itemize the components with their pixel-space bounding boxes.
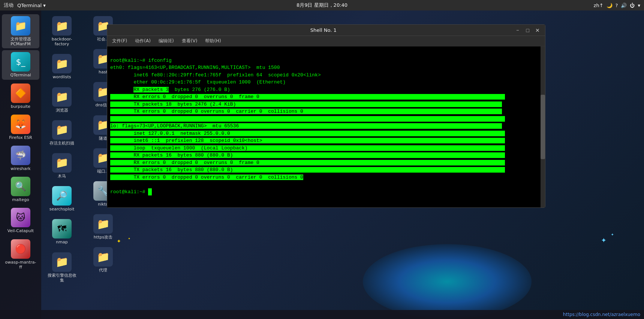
backdoor-folder-icon: 📁 bbox=[52, 16, 72, 36]
sidebar-item-owasp[interactable]: 🔴 owasp-mantra-ff bbox=[2, 237, 39, 271]
sidebar-item-firefox[interactable]: 🦊 Firefox ESR bbox=[2, 113, 39, 142]
terminal-scrollbar[interactable] bbox=[541, 46, 545, 207]
volume-icon[interactable]: 🔊 bbox=[621, 3, 627, 8]
dropdown-arrow: ▾ bbox=[43, 3, 46, 8]
terminal-maximize-button[interactable]: □ bbox=[525, 27, 531, 34]
menu-file[interactable]: 文件(F) bbox=[109, 37, 130, 45]
active-scan-label: 存活主机扫描 bbox=[49, 141, 74, 146]
https-attack-label: https攻击 bbox=[94, 235, 112, 240]
language-indicator[interactable]: zh↑ bbox=[594, 3, 604, 8]
sparkle-1: ✦ bbox=[601, 236, 607, 244]
desktop-icon-proxy[interactable]: 📁 代理 bbox=[86, 245, 120, 274]
qterminal-icon: $_ bbox=[11, 52, 30, 72]
veil-label: Veil-Catapult bbox=[7, 228, 34, 233]
browser-folder-icon: 📁 bbox=[52, 87, 72, 107]
terminal-controls: － □ ✕ bbox=[514, 27, 541, 34]
terminal-title: Shell No. 1 bbox=[133, 27, 514, 33]
desktop-icon-active-scan[interactable]: 📁 存活主机扫描 bbox=[45, 118, 79, 148]
current-app-name: QTerminal bbox=[17, 3, 42, 8]
help-icon[interactable]: ? bbox=[616, 3, 618, 8]
backdoor-label: backdoor-factory bbox=[47, 37, 77, 46]
system-menu-arrow[interactable]: ▾ bbox=[638, 3, 640, 8]
trojan-label: 木马 bbox=[58, 174, 66, 179]
desktop-icon-searchsploit[interactable]: 🔎 searchsploit bbox=[45, 184, 79, 213]
sparkle-4: ✦ bbox=[128, 237, 130, 240]
desktop: ✦ ✦ ✦ ✦ 活动 QTerminal ▾ 8月9日 星期日，20:40 zh… bbox=[0, 0, 644, 319]
background-decoration bbox=[363, 244, 532, 319]
owasp-label: owasp-mantra-ff bbox=[4, 260, 37, 270]
sidebar-item-qterminal[interactable]: $_ QTerminal bbox=[2, 50, 39, 79]
desktop-icon-https-attack[interactable]: 📁 https攻击 bbox=[86, 212, 120, 241]
burpsuite-icon: 🔶 bbox=[11, 83, 30, 103]
browser-label: 浏览器 bbox=[56, 108, 68, 113]
terminal-output: root@kali:~# ifconfig eth0: flags=4163<U… bbox=[110, 49, 542, 203]
nmap-label: nmap bbox=[56, 240, 67, 244]
terminal-window: Shell No. 1 － □ ✕ 文件(F) 动作(A) 编辑(E) 查看(V… bbox=[107, 24, 545, 208]
desktop-icons-col2: 📁 backdoor-factory 📁 wordlists 📁 浏览器 📁 存… bbox=[45, 14, 79, 285]
topbar-system-icons: zh↑ 🌙 ? 🔊 ⏻ ▾ bbox=[594, 3, 640, 8]
topbar-left: 活动 QTerminal ▾ bbox=[4, 2, 46, 9]
menu-edit[interactable]: 编辑(E) bbox=[156, 37, 177, 45]
owasp-icon: 🔴 bbox=[11, 239, 30, 259]
menu-help[interactable]: 帮助(H) bbox=[202, 37, 224, 45]
topbar: 活动 QTerminal ▾ 8月9日 星期日，20:40 zh↑ 🌙 ? 🔊 … bbox=[0, 0, 644, 10]
desktop-icon-search-collect[interactable]: 📁 搜索引擎信息收集 bbox=[45, 250, 79, 285]
desktop-icon-nmap[interactable]: 🗺 nmap bbox=[45, 217, 79, 246]
proxy-label: 代理 bbox=[99, 268, 107, 273]
terminal-titlebar: Shell No. 1 － □ ✕ bbox=[107, 25, 545, 36]
qterminal-label: QTerminal bbox=[10, 73, 31, 78]
proxy-folder-icon: 📁 bbox=[93, 247, 113, 267]
searchsploit-app-icon: 🔎 bbox=[52, 186, 72, 206]
search-collect-label: 搜索引擎信息收集 bbox=[47, 273, 77, 283]
topbar-clock: 8月9日 星期日，20:40 bbox=[297, 2, 347, 9]
terminal-content[interactable]: root@kali:~# ifconfig eth0: flags=4163<U… bbox=[107, 46, 545, 207]
desktop-icon-backdoor[interactable]: 📁 backdoor-factory bbox=[45, 14, 79, 48]
maltego-icon: 🔍 bbox=[11, 177, 30, 196]
wireshark-label: wireshark bbox=[10, 166, 30, 171]
desktop-icon-trojan[interactable]: 📁 木马 bbox=[45, 151, 79, 180]
desktop-icon-browser[interactable]: 📁 浏览器 bbox=[45, 85, 79, 115]
sidebar-item-maltego[interactable]: 🔍 maltego bbox=[2, 175, 39, 204]
terminal-menubar: 文件(F) 动作(A) 编辑(E) 查看(V) 帮助(H) bbox=[107, 36, 545, 46]
wordlists-folder-icon: 📁 bbox=[52, 54, 72, 73]
burpsuite-label: burpsuite bbox=[11, 104, 30, 109]
search-collect-folder-icon: 📁 bbox=[52, 252, 72, 272]
statusbar: https://blog.csdn.net/azraelxuemo bbox=[0, 310, 644, 319]
active-scan-folder-icon: 📁 bbox=[52, 120, 72, 140]
wordlists-label: wordlists bbox=[53, 75, 71, 79]
desktop-icon-wordlists[interactable]: 📁 wordlists bbox=[45, 52, 79, 81]
terminal-minimize-button[interactable]: － bbox=[514, 27, 522, 34]
hast-label: hast bbox=[99, 70, 108, 75]
menu-action[interactable]: 动作(A) bbox=[132, 37, 154, 45]
power-icon[interactable]: ⏻ bbox=[630, 3, 635, 8]
nmap-app-icon: 🗺 bbox=[52, 219, 72, 239]
firefox-icon: 🦊 bbox=[11, 115, 30, 134]
searchsploit-label: searchsploit bbox=[49, 207, 74, 212]
current-app-indicator[interactable]: QTerminal ▾ bbox=[17, 3, 46, 8]
menu-view[interactable]: 查看(V) bbox=[179, 37, 201, 45]
sidebar-item-file-manager[interactable]: 📁 文件管理器PCManFM bbox=[2, 14, 39, 48]
night-mode-icon[interactable]: 🌙 bbox=[607, 3, 613, 8]
sidebar-item-veil[interactable]: 🐱 Veil-Catapult bbox=[2, 206, 39, 235]
sparkle-2: ✦ bbox=[611, 233, 614, 237]
firefox-label: Firefox ESR bbox=[9, 135, 32, 140]
terminal-close-button[interactable]: ✕ bbox=[534, 27, 541, 34]
veil-icon: 🐱 bbox=[11, 208, 30, 227]
scrollbar-thumb[interactable] bbox=[541, 95, 545, 159]
activities-button[interactable]: 活动 bbox=[4, 2, 13, 9]
file-manager-label: 文件管理器PCManFM bbox=[10, 37, 31, 46]
tunnel-label: 隧道 bbox=[99, 136, 107, 141]
statusbar-link: https://blog.csdn.net/azraelxuemo bbox=[563, 312, 640, 317]
sidebar-item-wireshark[interactable]: 🦈 wireshark bbox=[2, 144, 39, 173]
https-attack-folder-icon: 📁 bbox=[93, 214, 113, 234]
maltego-label: maltego bbox=[12, 197, 29, 202]
wireshark-icon: 🦈 bbox=[11, 146, 30, 165]
file-manager-icon: 📁 bbox=[11, 16, 30, 36]
trojan-folder-icon: 📁 bbox=[52, 153, 72, 173]
sidebar-item-burpsuite[interactable]: 🔶 burpsuite bbox=[2, 82, 39, 111]
sidebar: 📁 文件管理器PCManFM $_ QTerminal 🔶 burpsuite … bbox=[0, 10, 41, 319]
